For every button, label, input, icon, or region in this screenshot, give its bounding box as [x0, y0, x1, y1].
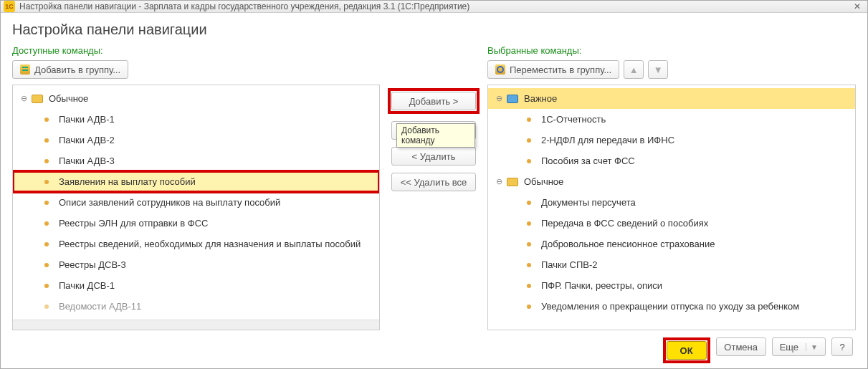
add-to-group-label: Добавить в группу... [34, 64, 120, 75]
app-icon: 1С [4, 1, 15, 12]
more-label: Еще [780, 342, 798, 353]
page-title: Настройка панели навигации [12, 21, 856, 38]
close-icon[interactable]: ✕ [850, 1, 864, 12]
collapse-icon[interactable]: ⊖ [19, 94, 29, 104]
add-button[interactable]: Добавить > [391, 92, 476, 110]
tree-item[interactable]: Пачки СПВ-2 [488, 254, 855, 275]
ok-label: ОК [680, 345, 693, 356]
arrow-down-icon: ▼ [654, 64, 663, 75]
tree-item-label: Пачки СПВ-2 [541, 259, 598, 270]
tree-item[interactable]: Реестры ЭЛН для отправки в ФСС [13, 213, 379, 234]
folder-icon [507, 95, 518, 103]
tree-item[interactable]: 1С-Отчетность [488, 109, 855, 130]
available-label: Доступные команды: [12, 45, 380, 56]
tree-item-label: Пачки АДВ-2 [59, 135, 115, 145]
tree-item[interactable]: Пачки АДВ-1 [13, 109, 379, 130]
remove-button-label: < Удалить [412, 151, 456, 162]
tree-item[interactable]: ПФР. Пачки, реестры, описи [488, 275, 855, 296]
tree-item-label: Пособия за счет ФСС [541, 155, 635, 166]
folder-icon [32, 95, 43, 103]
tree-item-label: Добровольное пенсионное страхование [541, 239, 715, 249]
tree-item-label: 2-НДФЛ для передачи в ИФНС [541, 135, 674, 145]
tree-item-label: Уведомления о прекращении отпуска по ухо… [541, 301, 799, 312]
arrow-up-icon: ▲ [629, 64, 639, 75]
tree-item-label: Пачки ДСВ-1 [59, 280, 115, 291]
ok-button[interactable]: ОК [667, 341, 707, 360]
window: 1С Настройка панели навигации - Зарплата… [0, 0, 868, 369]
add-button-label: Добавить > [409, 96, 459, 107]
tree-item[interactable]: Ведомости АДВ-11 [13, 296, 379, 317]
tree-item-label: ПФР. Пачки, реестры, описи [541, 280, 662, 291]
tree-item-selected[interactable]: Заявления на выплату пособий [13, 171, 379, 192]
tree-item[interactable]: Пачки ДСВ-1 [13, 275, 379, 296]
tooltip: Добавить команду [396, 123, 475, 148]
remove-button[interactable]: < Удалить [391, 147, 476, 166]
tree-item-label: Заявления на выплату пособий [59, 176, 196, 187]
group-label: Обычное [49, 93, 88, 104]
tree-item-label: Реестры сведений, необходимых для назнач… [59, 239, 361, 249]
tree-item[interactable]: Передача в ФСС сведений о пособиях [488, 213, 855, 234]
tree-item-label: Реестры ДСВ-3 [59, 259, 126, 270]
tree-item-label: Передача в ФСС сведений о пособиях [541, 218, 708, 229]
add-all-button[interactable]: Добавить все >> Добавить команду [391, 121, 476, 140]
folder-add-icon [20, 64, 30, 75]
collapse-icon[interactable]: ⊖ [494, 94, 504, 104]
titlebar: 1С Настройка панели навигации - Зарплата… [1, 1, 867, 13]
tree-item-label: Ведомости АДВ-11 [59, 301, 141, 312]
available-commands-panel: Доступные команды: Добавить в группу... … [12, 45, 380, 330]
cancel-label: Отмена [724, 342, 758, 353]
tree-item-label: Описи заявлений сотрудников на выплату п… [59, 197, 280, 208]
selected-label: Выбранные команды: [487, 45, 856, 56]
tree-item-label: Документы персучета [541, 197, 636, 208]
move-up-button[interactable]: ▲ [624, 60, 644, 79]
tree-item[interactable]: 2-НДФЛ для передачи в ИФНС [488, 130, 855, 150]
tree-item[interactable]: Пособия за счет ФСС [488, 150, 855, 171]
selected-commands-panel: Выбранные команды: Переместить в группу.… [487, 45, 856, 330]
remove-all-button-label: << Удалить все [401, 177, 467, 188]
tree-item[interactable]: Реестры сведений, необходимых для назнач… [13, 234, 379, 254]
tree-item[interactable]: Добровольное пенсионное страхование [488, 234, 855, 254]
tree-group-normal[interactable]: ⊖ Обычное [488, 171, 855, 192]
move-to-group-label: Переместить в группу... [510, 64, 611, 75]
tree-item-label: 1С-Отчетность [541, 114, 606, 125]
tree-item-label: Реестры ЭЛН для отправки в ФСС [59, 218, 209, 229]
window-title: Настройка панели навигации - Зарплата и … [19, 1, 469, 11]
tree-item-label: Пачки АДВ-1 [59, 114, 115, 125]
group-label: Обычное [524, 176, 563, 187]
folder-icon [507, 178, 518, 186]
add-to-group-button[interactable]: Добавить в группу... [12, 60, 128, 79]
tree-group-row[interactable]: ⊖ Обычное [13, 88, 379, 109]
remove-all-button[interactable]: << Удалить все [391, 173, 476, 191]
help-button[interactable]: ? [831, 337, 853, 356]
transfer-buttons-panel: Добавить > Добавить все >> Добавить кома… [380, 45, 487, 330]
more-button[interactable]: Еще ▼ [772, 337, 826, 356]
move-down-button[interactable]: ▼ [648, 60, 668, 79]
cancel-button[interactable]: Отмена [716, 337, 766, 356]
group-label: Важное [524, 93, 557, 104]
tree-item[interactable]: Пачки АДВ-3 [13, 150, 379, 171]
tree-item[interactable]: Пачки АДВ-2 [13, 130, 379, 150]
dialog-footer: ОК Отмена Еще ▼ ? [12, 330, 856, 363]
folder-move-icon [495, 64, 505, 75]
move-to-group-button[interactable]: Переместить в группу... [487, 60, 619, 79]
tree-item-label: Пачки АДВ-3 [59, 155, 115, 166]
tree-item[interactable]: Реестры ДСВ-3 [13, 254, 379, 275]
help-label: ? [839, 342, 844, 353]
collapse-icon[interactable]: ⊖ [494, 177, 504, 187]
horizontal-scrollbar[interactable] [13, 320, 379, 330]
available-tree[interactable]: ⊖ Обычное Пачки АДВ-1 Пачки АДВ-2 Пачки … [12, 85, 380, 330]
chevron-down-icon: ▼ [806, 343, 818, 351]
tree-item[interactable]: Описи заявлений сотрудников на выплату п… [13, 192, 379, 213]
selected-tree[interactable]: ⊖ Важное 1С-Отчетность 2-НДФЛ для переда… [487, 85, 856, 330]
content: Настройка панели навигации Доступные ком… [1, 13, 867, 369]
tree-item[interactable]: Документы персучета [488, 192, 855, 213]
tree-group-important[interactable]: ⊖ Важное [488, 88, 855, 109]
tree-item[interactable]: Уведомления о прекращении отпуска по ухо… [488, 296, 855, 317]
